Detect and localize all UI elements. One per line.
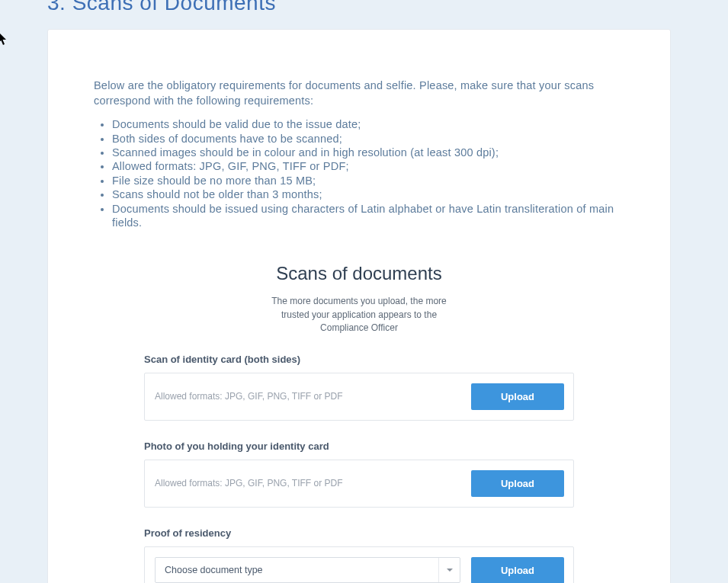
- requirements-list: Documents should be valid due to the iss…: [94, 117, 624, 229]
- selfie-field: Photo of you holding your identity card …: [144, 440, 574, 508]
- document-type-placeholder: Choose document type: [165, 565, 263, 575]
- requirement-item: File size should be no more than 15 MB;: [112, 174, 624, 187]
- requirement-item: Allowed formats: JPG, GIF, PNG, TIFF or …: [112, 159, 624, 173]
- requirement-item: Documents should be valid due to the iss…: [112, 117, 624, 131]
- identity-card-label: Scan of identity card (both sides): [144, 354, 574, 365]
- section-title: Scans of documents: [94, 263, 624, 284]
- selfie-hint: Allowed formats: JPG, GIF, PNG, TIFF or …: [155, 478, 343, 489]
- selfie-upload-button[interactable]: Upload: [471, 470, 564, 497]
- section-description: The more documents you upload, the more …: [260, 295, 458, 335]
- upload-form: Scan of identity card (both sides) Allow…: [144, 354, 574, 583]
- document-type-select[interactable]: Choose document type: [155, 557, 460, 583]
- residency-row: Choose document type Upload: [144, 546, 574, 583]
- residency-field: Proof of residency Choose document type …: [144, 527, 574, 583]
- identity-card-hint: Allowed formats: JPG, GIF, PNG, TIFF or …: [155, 391, 343, 402]
- identity-card-field: Scan of identity card (both sides) Allow…: [144, 354, 574, 421]
- intro-text: Below are the obligatory requirements fo…: [94, 78, 624, 108]
- requirement-item: Documents should be issued using charact…: [112, 202, 624, 230]
- requirement-item: Scanned images should be in colour and i…: [112, 146, 624, 159]
- document-requirements-card: Below are the obligatory requirements fo…: [47, 29, 671, 583]
- chevron-down-icon: [438, 558, 460, 582]
- cursor-icon: [0, 32, 8, 49]
- selfie-label: Photo of you holding your identity card: [144, 440, 574, 452]
- requirement-item: Scans should not be older than 3 months;: [112, 187, 624, 201]
- residency-upload-button[interactable]: Upload: [471, 557, 564, 583]
- requirement-item: Both sides of documents have to be scann…: [112, 132, 624, 146]
- identity-upload-button[interactable]: Upload: [471, 383, 564, 410]
- identity-card-row: Allowed formats: JPG, GIF, PNG, TIFF or …: [144, 373, 574, 421]
- selfie-row: Allowed formats: JPG, GIF, PNG, TIFF or …: [144, 460, 574, 508]
- page-heading: 3. Scans of Documents: [47, 0, 276, 15]
- residency-label: Proof of residency: [144, 527, 574, 539]
